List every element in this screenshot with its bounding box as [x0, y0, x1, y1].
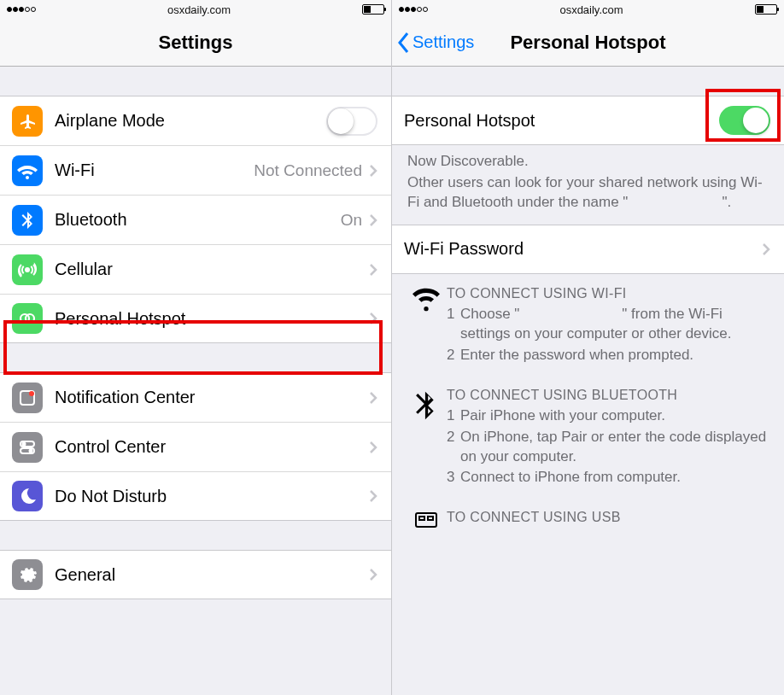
page-title: Personal Hotspot: [510, 32, 665, 54]
row-do-not-disturb[interactable]: Do Not Disturb: [0, 471, 391, 521]
instr-bt-s2: On iPhone, tap Pair or enter the code di…: [460, 428, 770, 467]
wifi-label: Wi-Fi: [55, 161, 254, 180]
moon-icon: [12, 481, 43, 511]
chevron-right-icon: [369, 263, 377, 277]
svg-point-7: [30, 449, 32, 452]
hotspot-screen: osxdaily.com Settings Personal Hotspot P…: [392, 0, 784, 695]
svg-point-5: [23, 442, 26, 445]
discoverable-title: Now Discoverable.: [407, 152, 769, 172]
chevron-right-icon: [369, 164, 377, 178]
chevron-right-icon: [369, 312, 377, 325]
chevron-right-icon: [369, 441, 377, 454]
notification-center-icon: [12, 383, 43, 413]
airplane-icon: [12, 106, 43, 137]
row-airplane-mode[interactable]: Airplane Mode: [0, 96, 391, 145]
svg-rect-9: [419, 517, 424, 520]
row-hotspot-toggle[interactable]: Personal Hotspot: [392, 96, 784, 145]
svg-point-3: [29, 391, 34, 396]
usb-icon: [406, 510, 447, 529]
status-bar: osxdaily.com: [392, 0, 784, 19]
settings-list[interactable]: Airplane Mode Wi-Fi Not Connected Blueto…: [0, 67, 391, 695]
instr-bt-title: TO CONNECT USING BLUETOOTH: [447, 388, 770, 403]
instr-wifi-s1a: Choose ": [460, 306, 519, 322]
discoverable-text: Now Discoverable. Other users can look f…: [392, 145, 784, 225]
instructions-wifi: TO CONNECT USING WI-FI 1Choose "" from t…: [392, 274, 784, 376]
row-notification-center[interactable]: Notification Center: [0, 372, 391, 422]
hotspot-icon: [12, 303, 43, 334]
discoverable-body-a: Other users can look for your shared net…: [407, 174, 763, 210]
instr-bt-s1: Pair iPhone with your computer.: [460, 406, 665, 426]
bluetooth-value: On: [341, 211, 362, 230]
instr-wifi-s2: Enter the password when prompted.: [460, 346, 693, 365]
control-center-icon: [12, 432, 43, 463]
svg-rect-10: [428, 517, 433, 520]
row-bluetooth[interactable]: Bluetooth On: [0, 195, 391, 244]
cellular-label: Cellular: [55, 260, 369, 279]
bluetooth-glyph-icon: [406, 388, 447, 490]
gear-icon: [12, 559, 43, 590]
nav-bar: Settings Personal Hotspot: [392, 19, 784, 67]
wifi-value: Not Connected: [254, 161, 362, 180]
airplane-label: Airplane Mode: [55, 111, 326, 131]
chevron-right-icon: [369, 568, 377, 581]
chevron-right-icon: [369, 391, 377, 405]
row-wifi[interactable]: Wi-Fi Not Connected: [0, 145, 391, 195]
status-domain: osxdaily.com: [559, 3, 623, 16]
chevron-right-icon: [369, 213, 377, 227]
instructions-usb: TO CONNECT USING USB: [392, 498, 784, 529]
general-label: General: [55, 565, 369, 585]
wifi-password-label: Wi-Fi Password: [404, 239, 762, 259]
status-domain: osxdaily.com: [167, 3, 231, 16]
row-personal-hotspot[interactable]: Personal Hotspot: [0, 294, 391, 343]
row-cellular[interactable]: Cellular: [0, 244, 391, 294]
bluetooth-label: Bluetooth: [55, 210, 341, 230]
row-wifi-password[interactable]: Wi-Fi Password: [392, 225, 784, 274]
hotspot-toggle-label: Personal Hotspot: [404, 111, 719, 131]
instr-wifi-title: TO CONNECT USING WI-FI: [447, 286, 770, 301]
notification-center-label: Notification Center: [55, 388, 369, 407]
status-bar: osxdaily.com: [0, 0, 391, 19]
hotspot-toggle[interactable]: [719, 106, 770, 135]
chevron-right-icon: [762, 242, 770, 256]
bluetooth-icon: [12, 205, 43, 236]
chevron-right-icon: [369, 489, 377, 503]
control-center-label: Control Center: [55, 437, 369, 457]
signal-dots: [7, 7, 36, 12]
nav-bar: Settings: [0, 19, 391, 67]
cellular-icon: [12, 254, 43, 285]
row-control-center[interactable]: Control Center: [0, 422, 391, 471]
hotspot-label: Personal Hotspot: [55, 309, 369, 329]
wifi-signal-icon: [406, 286, 447, 367]
dnd-label: Do Not Disturb: [55, 487, 369, 506]
wifi-icon: [12, 155, 43, 186]
settings-screen: osxdaily.com Settings Airplane Mode Wi-F…: [0, 0, 392, 695]
instr-usb-title: TO CONNECT USING USB: [447, 510, 770, 525]
instructions-bluetooth: TO CONNECT USING BLUETOOTH 1Pair iPhone …: [392, 376, 784, 499]
back-label: Settings: [412, 32, 474, 52]
back-button[interactable]: Settings: [397, 19, 474, 66]
hotspot-content[interactable]: Personal Hotspot Now Discoverable. Other…: [392, 67, 784, 695]
signal-dots: [399, 7, 428, 12]
battery-icon: [362, 4, 384, 15]
discoverable-body-b: ".: [722, 194, 731, 210]
airplane-toggle[interactable]: [326, 107, 377, 136]
row-general[interactable]: General: [0, 550, 391, 599]
instr-bt-s3: Connect to iPhone from computer.: [460, 468, 681, 488]
battery-icon: [755, 4, 777, 15]
page-title: Settings: [159, 32, 233, 54]
